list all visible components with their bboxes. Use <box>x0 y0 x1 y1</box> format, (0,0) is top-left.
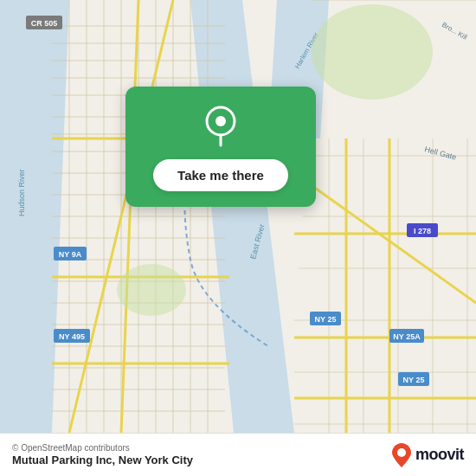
svg-text:Hudson River: Hudson River <box>17 169 26 216</box>
take-me-there-button[interactable]: Take me there <box>153 159 288 191</box>
moovit-logo: moovit <box>392 443 464 467</box>
bottom-bar: © OpenStreetMap contributors Mutual Park… <box>0 433 476 476</box>
map-container: Hudson River East River Harlem River <box>0 0 476 433</box>
moovit-label: moovit <box>415 446 464 464</box>
location-info: © OpenStreetMap contributors Mutual Park… <box>12 443 193 466</box>
svg-text:NY 25A: NY 25A <box>393 332 421 341</box>
location-pin-icon <box>200 106 241 147</box>
svg-point-73 <box>117 264 186 316</box>
osm-credit: © OpenStreetMap contributors <box>12 443 193 453</box>
svg-text:NY 25: NY 25 <box>315 315 337 324</box>
map-svg: Hudson River East River Harlem River <box>0 0 476 433</box>
svg-point-72 <box>312 4 433 100</box>
svg-text:NY 9A: NY 9A <box>59 250 82 259</box>
svg-point-75 <box>215 116 226 126</box>
svg-text:NY 495: NY 495 <box>59 332 85 341</box>
svg-text:CR 505: CR 505 <box>31 19 58 28</box>
moovit-pin-icon <box>392 443 411 467</box>
svg-text:NY 25: NY 25 <box>403 376 425 384</box>
svg-point-76 <box>397 448 406 457</box>
svg-text:I 278: I 278 <box>414 227 431 235</box>
location-name: Mutual Parking Inc, New York City <box>12 453 193 466</box>
location-popup: Take me there <box>125 87 316 207</box>
